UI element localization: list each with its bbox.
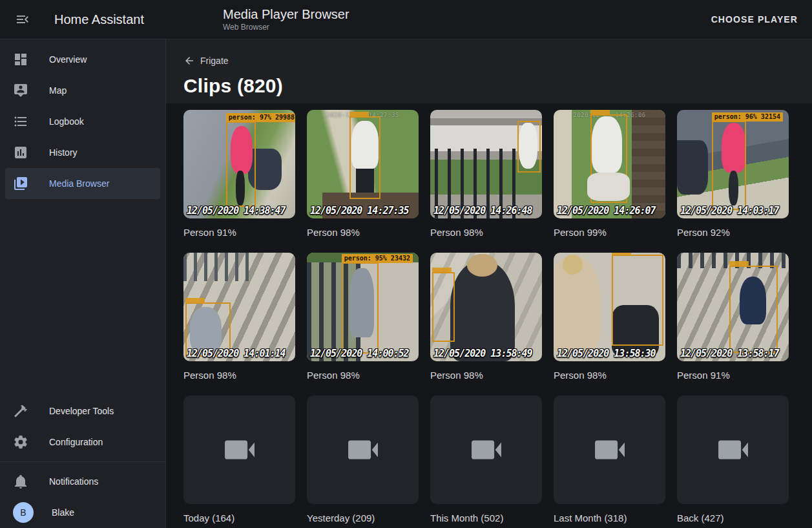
video-camera-icon — [714, 431, 752, 469]
menu-open-icon[interactable] — [9, 6, 36, 33]
clip-label: Person 98% — [307, 369, 419, 382]
logbook-list-icon — [13, 114, 28, 129]
clip-thumbnail[interactable]: 2020-12-05 14:26:06 12/05/2020 14:26:07 — [554, 110, 665, 218]
sidebar-item-media-browser[interactable]: Media Browser — [5, 168, 160, 199]
sidebar-item-configuration[interactable]: Configuration — [5, 427, 160, 458]
history-chart-icon — [13, 145, 28, 160]
video-camera-icon — [221, 431, 258, 469]
clip-thumbnail[interactable]: 12/05/2020 14:01:14 — [183, 253, 295, 361]
app-bar: Home Assistant Media Player Browser Web … — [0, 0, 812, 39]
folder-label: Last Month (318) — [554, 512, 665, 525]
person-figure — [450, 261, 515, 361]
clip-item-person-99: 2020-12-05 14:26:06 12/05/2020 14:26:07 … — [554, 110, 665, 253]
clip-label: Person 98% — [183, 369, 295, 382]
folder-item-yesterday-209: Yesterday (209) — [307, 396, 419, 528]
clip-thumbnail[interactable]: 2020-12-05 14:27:35 12/05/2020 14:27:35 — [307, 110, 419, 218]
clip-item-person-98: 12/05/2020 13:58:30 Person 98% — [554, 253, 665, 396]
arrow-left-icon — [183, 55, 195, 67]
breadcrumb[interactable]: Frigate — [183, 55, 229, 67]
detection-mini-tag — [432, 268, 452, 273]
detection-bounding-box — [729, 266, 777, 352]
clip-thumbnail[interactable]: person: 97% 29988 12/05/2020 14:38:47 — [183, 110, 295, 218]
clip-thumbnail[interactable]: person: 96% 32154 12/05/2020 14:03:17 — [677, 110, 789, 218]
app-title: Home Assistant — [54, 12, 144, 27]
folder-tile[interactable] — [183, 396, 295, 504]
clip-timestamp-overlay: 12/05/2020 13:58:30 — [557, 348, 656, 359]
folder-tile[interactable] — [554, 396, 665, 504]
folder-tile[interactable] — [307, 396, 419, 504]
sidebar-item-label: Developer Tools — [49, 406, 114, 416]
folder-label: Today (164) — [183, 512, 295, 525]
media-browser-header: Frigate Clips (820) — [166, 39, 812, 103]
breadcrumb-label: Frigate — [200, 56, 229, 66]
hammer-icon — [13, 403, 28, 419]
folder-label: Back (427) — [677, 512, 789, 525]
video-camera-icon — [344, 431, 382, 469]
detection-bounding-box — [517, 121, 541, 173]
gear-icon — [13, 434, 28, 450]
detection-mini-tag — [729, 261, 749, 266]
clip-timestamp-overlay: 12/05/2020 13:58:49 — [433, 348, 532, 359]
sidebar-main-list: Overview Map Logbook History Media Brows… — [0, 44, 165, 199]
choose-player-button[interactable]: CHOOSE PLAYER — [703, 9, 806, 30]
clip-item-person-92: person: 96% 32154 12/05/2020 14:03:17 Pe… — [677, 110, 789, 253]
clip-label: Person 98% — [307, 226, 419, 239]
clip-thumbnail[interactable]: 12/05/2020 13:58:17 — [677, 253, 789, 361]
sidebar-item-logbook[interactable]: Logbook — [5, 106, 160, 137]
detection-mini-tag — [185, 298, 205, 303]
folder-item-today-164: Today (164) — [183, 396, 295, 528]
clip-item-person-98: 12/05/2020 13:58:49 Person 98% — [430, 253, 542, 396]
detection-mini-tag — [349, 112, 369, 117]
media-browser-icon — [13, 176, 28, 191]
clip-timestamp-overlay: 12/05/2020 14:38:47 — [187, 205, 286, 216]
sidebar-item-profile[interactable]: B Blake — [5, 497, 160, 528]
sidebar-item-developer-tools[interactable]: Developer Tools — [5, 396, 160, 427]
person-figure — [563, 255, 583, 274]
detection-bounding-box: person: 97% 29988 — [226, 121, 256, 206]
folder-item-this-month-502: This Month (502) — [430, 396, 542, 528]
sidebar-item-label: Notifications — [49, 476, 98, 487]
folder-item-last-month-318: Last Month (318) — [554, 396, 665, 528]
clip-item-person-98: 12/05/2020 14:01:14 Person 98% — [183, 253, 295, 396]
detection-mini-tag — [612, 253, 631, 255]
sidebar-item-overview[interactable]: Overview — [5, 44, 160, 75]
clip-item-person-98: 2020-12-05 14:27:35 12/05/2020 14:27:35 … — [307, 110, 419, 253]
clip-label: Person 92% — [677, 226, 789, 239]
sidebar-item-label: Logbook — [49, 116, 84, 127]
home-assistant-app: Home Assistant Media Player Browser Web … — [0, 0, 812, 528]
clip-timestamp-overlay: 12/05/2020 14:03:17 — [680, 205, 779, 216]
folder-label: This Month (502) — [430, 512, 542, 525]
sidebar: Overview Map Logbook History Media Brows… — [0, 39, 166, 528]
detection-bounding-box — [432, 272, 455, 342]
sidebar-spacer — [0, 199, 165, 396]
clip-label: Person 98% — [430, 226, 542, 239]
view-dashboard-icon — [13, 52, 28, 67]
sidebar-item-history[interactable]: History — [5, 137, 160, 168]
media-browser-content: person: 97% 29988 12/05/2020 14:38:47 Pe… — [166, 103, 812, 528]
clip-label: Person 91% — [183, 226, 295, 239]
clip-thumbnail[interactable]: person: 95% 23432 12/05/2020 14:00:52 — [307, 253, 419, 361]
page-header-title: Media Player Browser — [223, 6, 349, 22]
clip-item-person-98: 12/05/2020 14:26:48 Person 98% — [430, 110, 542, 253]
clip-thumbnail[interactable]: 12/05/2020 14:26:48 — [430, 110, 542, 218]
clip-item-person-98: person: 95% 23432 12/05/2020 14:00:52 Pe… — [307, 253, 419, 396]
map-account-icon — [13, 83, 28, 98]
clip-label: Person 99% — [554, 226, 665, 239]
page-header: Media Player Browser Web Browser — [223, 6, 349, 32]
sidebar-item-label: Media Browser — [49, 178, 109, 189]
folder-label: Yesterday (209) — [307, 512, 419, 525]
clip-label: Person 91% — [677, 369, 789, 382]
folder-tile[interactable] — [430, 396, 542, 504]
clip-timestamp-overlay: 12/05/2020 14:01:14 — [187, 348, 286, 359]
sidebar-item-map[interactable]: Map — [5, 75, 160, 106]
sidebar-item-notifications[interactable]: Notifications — [5, 466, 160, 497]
detection-bounding-box — [612, 255, 663, 346]
folder-tile[interactable] — [677, 396, 789, 504]
sidebar-tools-list: Developer Tools Configuration — [0, 396, 165, 458]
clip-thumbnail[interactable]: 12/05/2020 13:58:49 — [430, 253, 542, 361]
clip-thumbnail[interactable]: 12/05/2020 13:58:30 — [554, 253, 665, 361]
sidebar-item-label: Configuration — [49, 437, 103, 447]
bell-icon — [13, 474, 28, 489]
sidebar-item-label: History — [49, 147, 78, 158]
detection-tag: person: 97% 29988 — [226, 113, 295, 122]
